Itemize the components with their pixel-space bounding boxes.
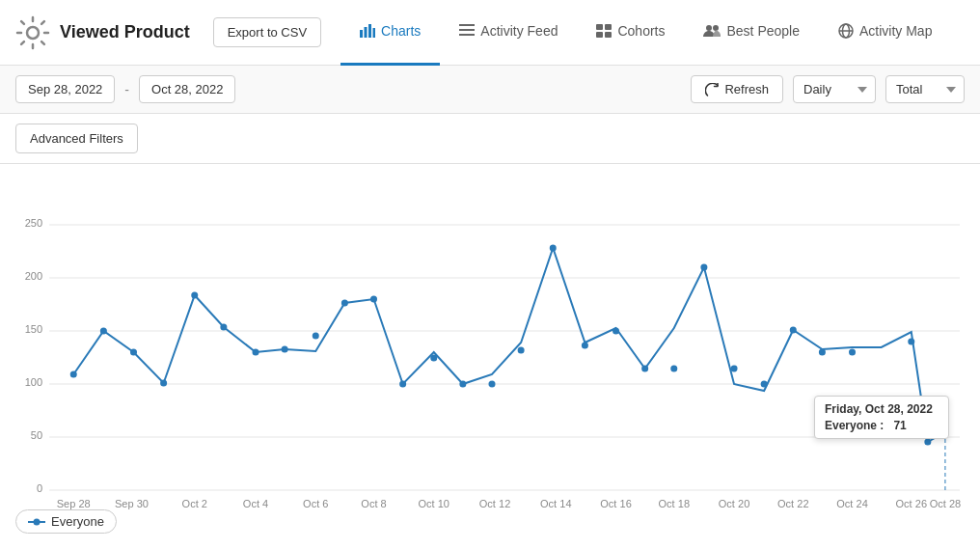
svg-point-12	[706, 25, 712, 31]
data-point	[670, 366, 677, 372]
data-point	[641, 366, 648, 372]
refresh-button[interactable]: Refresh	[691, 75, 783, 103]
tab-cohorts[interactable]: Cohorts	[577, 0, 684, 66]
refresh-label: Refresh	[724, 82, 769, 96]
data-point	[70, 371, 77, 378]
svg-text:Oct 28: Oct 28	[930, 498, 962, 509]
svg-rect-3	[368, 24, 371, 38]
data-point	[100, 328, 107, 335]
data-point	[908, 339, 914, 345]
date-from-button[interactable]: Sep 28, 2022	[15, 75, 115, 103]
tab-charts-label: Charts	[381, 23, 421, 39]
date-separator: -	[124, 82, 129, 97]
filters-bar: Advanced Filters	[0, 114, 980, 164]
nav-tabs: Charts Activity Feed Cohorts Best People…	[340, 0, 951, 66]
svg-text:Oct 8: Oct 8	[361, 498, 386, 509]
svg-text:0: 0	[37, 482, 42, 494]
svg-text:Oct 6: Oct 6	[303, 498, 328, 509]
data-point	[700, 264, 707, 271]
advanced-filters-button[interactable]: Advanced Filters	[15, 124, 138, 153]
cohorts-icon	[596, 24, 612, 38]
svg-text:50: 50	[31, 429, 42, 441]
data-point	[220, 324, 227, 331]
data-point	[160, 380, 167, 387]
page-title: Viewed Product	[60, 22, 190, 42]
list-icon	[459, 24, 475, 38]
data-point	[612, 328, 619, 335]
svg-text:Oct 26: Oct 26	[896, 498, 928, 509]
data-point	[130, 349, 137, 356]
chart-area: 0 50 100 150 200 250 Sep 28 Sep 30 Oct 2…	[0, 164, 980, 502]
svg-text:100: 100	[25, 376, 42, 388]
data-point	[430, 355, 437, 362]
data-point	[849, 349, 856, 356]
data-point	[518, 347, 525, 354]
svg-text:Oct 4: Oct 4	[243, 498, 268, 509]
legend-line-icon	[28, 517, 45, 527]
tab-activity-feed-label: Activity Feed	[480, 23, 558, 39]
data-point	[878, 407, 885, 414]
svg-rect-10	[596, 32, 603, 38]
svg-text:Sep 30: Sep 30	[115, 498, 149, 509]
legend-series-line	[28, 517, 45, 527]
legend-label-everyone: Everyone	[51, 514, 104, 529]
svg-rect-9	[605, 24, 612, 30]
line-chart: 0 50 100 150 200 250 Sep 28 Sep 30 Oct 2…	[15, 174, 965, 502]
data-point	[282, 346, 288, 353]
data-point	[459, 381, 466, 388]
svg-rect-7	[459, 34, 475, 36]
svg-point-46	[34, 518, 41, 525]
svg-text:Oct 16: Oct 16	[600, 498, 632, 509]
svg-text:200: 200	[25, 270, 42, 282]
svg-text:Oct 18: Oct 18	[659, 498, 691, 509]
svg-rect-11	[605, 32, 612, 38]
interval-select[interactable]: Daily Weekly Monthly	[793, 75, 876, 103]
export-csv-button[interactable]: Export to CSV	[213, 17, 321, 47]
toolbar: Sep 28, 2022 - Oct 28, 2022 Refresh Dail…	[0, 66, 980, 114]
refresh-icon	[705, 83, 719, 96]
tab-best-people[interactable]: Best People	[684, 0, 819, 66]
globe-icon	[838, 23, 854, 39]
data-point	[761, 381, 768, 388]
aggregate-select[interactable]: Total Unique	[885, 75, 965, 103]
data-point	[370, 296, 377, 303]
legend-item-everyone[interactable]: Everyone	[15, 509, 117, 534]
data-point	[399, 381, 406, 388]
svg-text:250: 250	[25, 217, 42, 229]
svg-text:Oct 12: Oct 12	[479, 498, 511, 509]
svg-text:Oct 10: Oct 10	[419, 498, 450, 509]
tab-best-people-label: Best People	[726, 23, 800, 39]
svg-text:150: 150	[25, 323, 42, 335]
tab-activity-map[interactable]: Activity Map	[819, 0, 951, 66]
data-point	[550, 245, 557, 252]
svg-rect-8	[596, 24, 603, 30]
svg-text:Oct 22: Oct 22	[777, 498, 809, 509]
data-point	[924, 439, 931, 446]
gear-icon	[15, 15, 50, 50]
data-point	[731, 366, 738, 372]
date-to-button[interactable]: Oct 28, 2022	[139, 75, 235, 103]
svg-rect-1	[360, 30, 363, 38]
svg-rect-2	[365, 27, 368, 38]
svg-text:Oct 24: Oct 24	[836, 498, 868, 509]
people-icon	[703, 24, 721, 38]
chart-line	[73, 248, 945, 442]
tab-charts[interactable]: Charts	[340, 0, 440, 66]
svg-rect-6	[459, 29, 475, 31]
svg-text:Oct 14: Oct 14	[540, 498, 572, 509]
svg-rect-4	[373, 28, 376, 38]
bar-chart-icon	[360, 24, 375, 38]
svg-point-13	[713, 25, 719, 31]
svg-rect-5	[459, 24, 475, 26]
data-point	[488, 381, 495, 388]
data-point	[313, 333, 319, 340]
chart-container: 0 50 100 150 200 250 Sep 28 Sep 30 Oct 2…	[15, 174, 965, 502]
data-point	[341, 300, 348, 307]
svg-text:Oct 20: Oct 20	[719, 498, 750, 509]
svg-point-0	[27, 27, 39, 39]
svg-text:Sep 28: Sep 28	[57, 498, 91, 509]
data-point	[191, 292, 198, 299]
tab-activity-feed[interactable]: Activity Feed	[440, 0, 577, 66]
data-point	[252, 349, 259, 356]
tab-cohorts-label: Cohorts	[617, 23, 665, 39]
